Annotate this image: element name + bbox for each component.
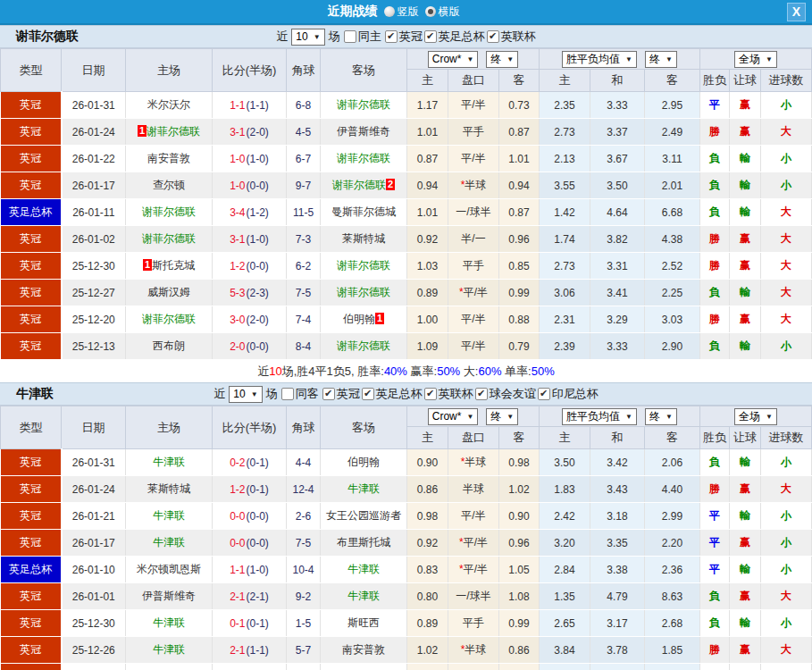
league-checkbox[interactable]: ✔英联杯 — [424, 386, 473, 402]
away-team-name: 牛津联 — [347, 563, 380, 575]
avg-odds-home: 2.84 — [540, 557, 590, 583]
checkbox-icon[interactable]: ✔ — [538, 388, 550, 400]
sub-header-avg-draw: 和 — [590, 70, 645, 92]
odds-away: 1.02 — [499, 476, 540, 503]
recent-count-select[interactable]: 10 ▼ — [291, 29, 324, 46]
league-checkbox[interactable]: ✔印尼总杯 — [538, 386, 599, 402]
avg-time-select[interactable]: 终▼ — [645, 408, 677, 425]
league-checkbox[interactable]: ✔英冠 — [322, 386, 360, 402]
sub-header-wdl: 胜负 — [700, 427, 730, 449]
league-checkbox[interactable]: ✔英联杯 — [487, 29, 536, 45]
avg-odds-draw: 3.33 — [590, 333, 645, 360]
result-wdl: 負 — [700, 664, 730, 670]
avg-odds-select[interactable]: 胜平负均值▼ — [562, 408, 637, 425]
col-header-type: 类型 — [1, 49, 62, 92]
result-goals: 大 — [761, 280, 812, 306]
chevron-down-icon: ▼ — [666, 55, 673, 63]
checkbox-icon[interactable]: ✔ — [487, 30, 499, 43]
full-match-select[interactable]: 全场▼ — [734, 51, 777, 68]
match-type-badge: 英冠 — [1, 280, 62, 306]
odds-away: 0.88 — [499, 306, 540, 333]
close-button[interactable]: X — [787, 3, 806, 21]
handicap-line: *平/半 — [448, 530, 499, 557]
odds-away: 1.05 — [499, 557, 540, 583]
odds-home: 0.89 — [407, 610, 448, 637]
radio-horizontal-layout[interactable]: 横版 — [425, 4, 460, 20]
score-cell: 3-1(2-0) — [213, 119, 287, 146]
recent-count-select[interactable]: 10 ▼ — [229, 386, 262, 403]
fulltime-score: 5-3 — [230, 287, 245, 299]
avg-odds-home: 3.55 — [540, 172, 590, 199]
checkbox-icon[interactable]: ✔ — [424, 30, 437, 43]
league-checkbox[interactable]: ✔球会友谊 — [475, 386, 536, 402]
col-header-score: 比分(半场) — [213, 49, 287, 92]
table-row: 英冠 26-01-01 伊普斯维奇 2-1(2-1) 9-2 牛津联 0.80 … — [1, 583, 812, 610]
match-type-badge: 英冠 — [1, 664, 62, 670]
result-goals: 小 — [761, 92, 812, 119]
col-header-score: 比分(半场) — [213, 406, 287, 449]
games-label: 场 — [266, 386, 278, 402]
odds-time-select[interactable]: 终▼ — [486, 408, 518, 425]
radio-vertical-layout[interactable]: 竖版 — [384, 4, 419, 20]
radio-icon[interactable] — [384, 6, 395, 17]
away-team-cell: 曼斯菲尔德城 — [321, 199, 407, 226]
avg-odds-draw: 3.38 — [590, 557, 645, 583]
score-cell: 2-1(2-1) — [213, 583, 287, 610]
result-handicap: 輸 — [730, 199, 761, 226]
checkbox-icon[interactable]: ✔ — [424, 388, 437, 400]
score-cell: 0-1(0-1) — [213, 610, 287, 637]
avg-time-select[interactable]: 终▼ — [645, 51, 677, 68]
checkbox-icon[interactable]: ✔ — [322, 388, 335, 400]
odds-home: 0.94 — [407, 172, 448, 199]
away-team-cell: 谢菲尔德联 — [321, 253, 407, 280]
checkbox-icon[interactable]: ✔ — [385, 30, 398, 43]
filter-controls: 近 10 ▼ 场 同客 ✔英冠✔英足总杯✔英联杯✔球会友谊✔印尼总杯 — [213, 386, 598, 403]
odds-away: 0.98 — [499, 449, 540, 476]
table-row: 英冠 26-01-24 莱斯特城 1-2(0-1) 12-4 牛津联 0.86 … — [1, 476, 812, 503]
away-team-name: 谢菲尔德联 — [337, 259, 390, 272]
handicap-line: *半球 — [448, 637, 499, 664]
checkbox-icon[interactable]: ✔ — [362, 388, 374, 400]
result-handicap: 赢 — [730, 583, 761, 610]
league-checkbox[interactable]: ✔英冠 — [385, 29, 423, 45]
sub-header-avg-home: 主 — [540, 427, 590, 449]
bookmaker-select[interactable]: Crow*▼ — [428, 408, 479, 425]
odds-home: 0.87 — [407, 146, 448, 172]
fulltime-score: 0-0 — [230, 510, 245, 523]
result-handicap: 赢 — [730, 476, 761, 503]
chevron-down-icon: ▼ — [506, 55, 514, 63]
handicap-line: 平手 — [448, 119, 499, 146]
same-venue-checkbox[interactable]: 同客 — [281, 386, 319, 402]
checkbox-icon[interactable]: ✔ — [475, 388, 488, 400]
avg-odds-draw: 3.35 — [590, 530, 645, 557]
avg-odds-home: 3.06 — [540, 280, 590, 306]
fulltime-score: 1-1 — [230, 564, 245, 576]
checkbox-icon[interactable] — [344, 30, 356, 43]
avg-odds-select[interactable]: 胜平负均值▼ — [562, 51, 637, 68]
away-team-name: 谢菲尔德联 — [337, 152, 390, 164]
avg-odds-away: 2.68 — [645, 610, 700, 637]
corner-count: 5-6 — [287, 664, 321, 670]
radio-checked-icon[interactable] — [425, 6, 436, 17]
home-team-name: 牛津联 — [153, 616, 185, 629]
same-venue-checkbox[interactable]: 同主 — [344, 29, 381, 45]
corner-count: 9-2 — [287, 583, 321, 610]
home-team-name: 谢菲尔德联 — [146, 125, 200, 138]
away-team-name: 女王公园巡游者 — [326, 509, 401, 522]
bookmaker-select[interactable]: Crow*▼ — [428, 51, 479, 68]
league-checkbox[interactable]: ✔英足总杯 — [424, 29, 485, 45]
handicap-line: 平手 — [448, 253, 499, 280]
full-match-select[interactable]: 全场▼ — [734, 408, 777, 425]
handicap-line: 平/半 — [448, 503, 499, 530]
chevron-down-icon: ▼ — [466, 55, 473, 63]
checkbox-icon[interactable] — [281, 388, 294, 400]
result-goals: 小 — [761, 449, 812, 476]
odds-time-select[interactable]: 终▼ — [486, 51, 518, 68]
fulltime-score: 0-0 — [230, 537, 245, 549]
score-cell: 1-2(0-1) — [213, 476, 287, 503]
col-header-home: 主场 — [126, 49, 213, 92]
league-checkbox[interactable]: ✔英足总杯 — [362, 386, 423, 402]
match-type-badge: 英冠 — [1, 503, 62, 530]
away-team-cell: 谢菲尔德联 — [321, 280, 407, 306]
table-row: 英冠 26-01-21 牛津联 0-0(0-0) 2-6 女王公园巡游者 0.9… — [1, 503, 812, 530]
